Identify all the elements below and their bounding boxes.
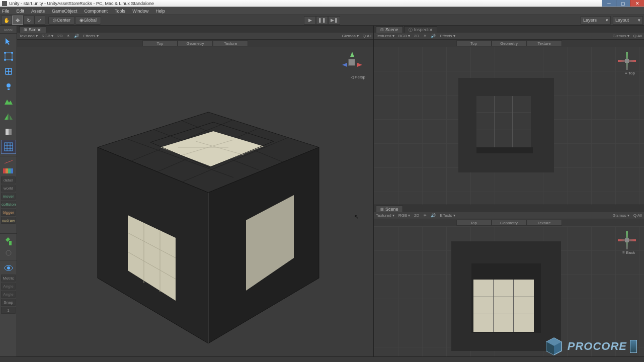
top-gizmos[interactable]: Gizmos ▾ [613,34,629,38]
hand-tool-button[interactable]: ✋ [1,16,12,25]
tab-inspector[interactable]: ⓘInspector [404,26,437,33]
arrow-tool-icon[interactable] [1,34,16,48]
procore-logo: PROCORE [543,336,637,357]
sidebar-detail[interactable]: detail [1,176,16,184]
layout-dropdown[interactable]: Layout▾ [613,16,643,25]
gizmos-dropdown[interactable]: Gizmos ▾ [342,34,359,38]
scale-tool-button[interactable]: ⤢ [34,16,45,25]
top-search[interactable]: Q·All [633,34,642,38]
2d-toggle[interactable]: 2D [57,34,62,38]
eye-tool-icon[interactable] [1,262,16,274]
menu-help[interactable]: Help [155,9,165,14]
rotate-tool-button[interactable]: ↻ [23,16,34,25]
perspective-viewport[interactable]: ◁ Persp ↖ [17,47,373,356]
top-render-mode[interactable]: RGB ▾ [398,34,410,38]
bot-subtab-top[interactable]: Top [456,220,492,226]
menu-window[interactable]: Window [132,9,148,14]
title-bar: Unity - start.unity - UnityAssetStoreRoc… [0,0,644,7]
svg-rect-0 [5,53,12,60]
top-light-icon[interactable]: ☀ [423,34,427,38]
play-button[interactable]: ▶ [304,16,316,25]
sidebar-collision[interactable]: collision [1,201,16,208]
sidebar-mover[interactable]: mover [1,193,16,200]
light-toggle-icon[interactable]: ☀ [66,34,70,38]
bot-2d-toggle[interactable]: 2D [414,213,419,218]
subtab-top[interactable]: Top [142,40,178,46]
left-view-bar: Textured ▾ RGB ▾ 2D ☀ 🔊 Effects ▾ Gizmos… [17,33,373,40]
audio-toggle-icon[interactable]: 🔊 [74,34,79,38]
subtab-texture[interactable]: Texture [213,40,248,46]
bot-effects[interactable]: Effects ▾ [440,213,455,218]
tab-scene-left[interactable]: ⊞Scene [19,26,46,33]
subtab-geometry[interactable]: Geometry [178,40,213,46]
maximize-button[interactable]: ▢ [616,0,630,7]
step-button[interactable]: ▶❚ [328,16,340,25]
sidebar-metric[interactable]: Metric [1,275,16,282]
bot-light-icon[interactable]: ☀ [423,213,427,218]
top-subtab-tex[interactable]: Texture [527,40,562,46]
app-icon [2,1,7,6]
tab-scene-top[interactable]: ⊞Scene [376,26,403,33]
top-gizmo[interactable] [618,52,636,70]
top-draw-mode[interactable]: Textured ▾ [376,34,394,38]
line-tool-icon[interactable] [1,158,16,165]
search-field[interactable]: Q·All [363,34,371,38]
top-subtab-geom[interactable]: Geometry [492,40,527,46]
bot-search[interactable]: Q·All [633,213,642,218]
sidebar-angle2[interactable]: Angle [1,291,16,298]
top-audio-icon[interactable]: 🔊 [431,34,436,38]
sidebar-angle[interactable]: Angle [1,283,16,290]
sidebar-snap[interactable]: Snap [1,299,16,306]
menu-edit[interactable]: Edit [17,9,25,14]
top-2d-toggle[interactable]: 2D [414,34,419,38]
pause-button[interactable]: ❚❚ [316,16,328,25]
mirror-tool-icon[interactable] [1,110,16,124]
window-title: Unity - start.unity - UnityAssetStoreRoc… [9,1,154,6]
svg-point-2 [11,52,13,54]
light-tool-icon[interactable] [1,79,16,94]
menu-file[interactable]: File [2,9,10,14]
menu-component[interactable]: Component [85,9,108,14]
top-subtab-top[interactable]: Top [456,40,492,46]
sidebar-trigger[interactable]: trigger [1,209,16,216]
svg-point-17 [7,266,10,269]
layers-dropdown[interactable]: Layers▾ [581,16,611,25]
minimize-button[interactable]: ─ [602,0,616,7]
palette-tool-icon[interactable] [1,166,16,175]
tab-scene-bot[interactable]: ⊞Scene [376,206,403,212]
sidebar-one[interactable]: 1 [1,307,16,314]
menu-gameobject[interactable]: GameObject [52,9,77,14]
bot-gizmo[interactable] [618,231,636,249]
bot-gizmos[interactable]: Gizmos ▾ [613,213,629,218]
sidebar-world[interactable]: world [1,185,16,192]
effects-dropdown[interactable]: Effects ▾ [83,34,98,38]
svg-point-15 [6,250,11,255]
bot-render-mode[interactable]: RGB ▾ [398,213,410,218]
grid-tool-icon[interactable] [1,140,16,154]
brush-tool-icon[interactable] [1,236,16,247]
pivot-center-button[interactable]: ◎ Center [48,16,75,25]
render-mode-dropdown[interactable]: RGB ▾ [42,34,53,38]
bot-subtab-geom[interactable]: Geometry [492,220,527,226]
top-viewport[interactable]: ≡ Top [374,47,644,205]
svg-rect-7 [6,129,9,135]
top-effects[interactable]: Effects ▾ [440,34,455,38]
orientation-gizmo[interactable] [341,52,363,74]
menu-assets[interactable]: Assets [31,9,45,14]
bot-subtab-tex[interactable]: Texture [527,220,562,226]
vertex-tool-icon[interactable] [1,49,16,63]
sidebar-nodraw[interactable]: nodraw [1,217,16,224]
procore-logo-icon [543,336,565,357]
terrain-tool-icon[interactable] [1,95,16,109]
circle-tool-icon[interactable] [1,248,16,258]
edge-tool-icon[interactable] [1,64,16,78]
draw-mode-dropdown[interactable]: Textured ▾ [19,34,38,38]
bot-audio-icon[interactable]: 🔊 [431,213,436,218]
close-button[interactable]: ✕ [630,0,644,7]
bot-draw-mode[interactable]: Textured ▾ [376,213,394,218]
menu-tools[interactable]: Tools [115,9,125,14]
box-tool-icon[interactable] [1,125,16,139]
handle-global-button[interactable]: ◉ Global [75,16,101,25]
right-top-tabs: ⊞Scene ⓘInspector [374,26,644,33]
move-tool-button[interactable]: ✥ [12,16,23,25]
